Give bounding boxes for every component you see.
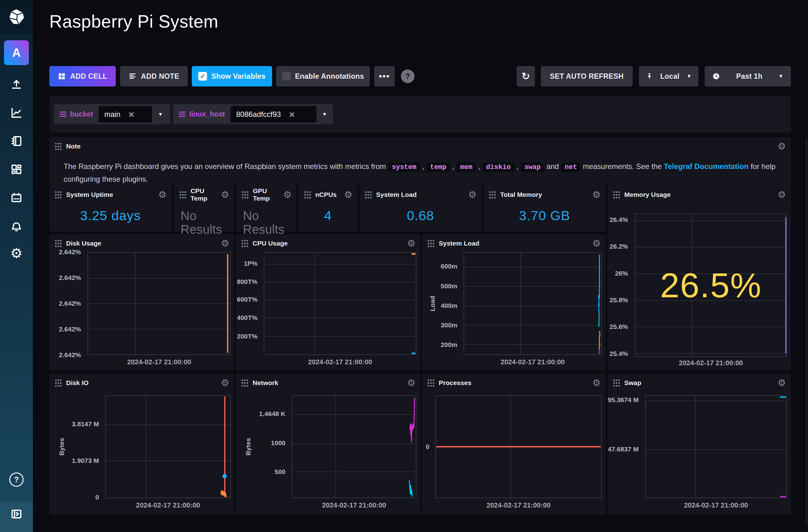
cell-title: Swap [624, 379, 641, 386]
plot-area[interactable] [264, 252, 417, 355]
cell-system-load-chart: System Load ⚙ Load 600m500m400m300m200m … [422, 234, 606, 370]
gear-icon[interactable]: ⚙ [221, 378, 229, 387]
drag-handle-icon[interactable] [241, 190, 249, 200]
settings-gear-icon[interactable]: ⚙ [0, 244, 33, 263]
y-axis-ticks: 1.4648 K1000500 [253, 395, 290, 498]
gear-icon[interactable]: ⚙ [777, 378, 786, 387]
plot-area[interactable] [645, 395, 787, 498]
variable-value-input[interactable]: 8086adfccf93 × [231, 106, 316, 122]
cell-swap: Swap ⚙ 95.3674 M47.6837 M 2024-02-17 21:… [608, 374, 791, 515]
drag-handle-icon[interactable] [54, 239, 62, 248]
refresh-button[interactable]: ↻ [517, 66, 535, 87]
drag-handle-icon[interactable] [489, 190, 496, 200]
telegraf-documentation-link[interactable]: Telegraf Documentation [664, 162, 749, 171]
drag-handle-icon[interactable] [241, 378, 248, 387]
influxdb-logo[interactable] [0, 0, 33, 34]
plot-area[interactable] [435, 395, 602, 498]
plot-area[interactable] [88, 252, 231, 355]
notebooks-icon[interactable] [0, 131, 33, 151]
gear-icon[interactable]: ⚙ [221, 239, 229, 248]
gear-icon[interactable]: ⚙ [468, 190, 477, 200]
gear-icon[interactable]: ⚙ [344, 190, 352, 200]
time-range-dropdown[interactable]: Past 1h ▼ [705, 66, 791, 87]
x-axis-label: 2024-02-17 21:00:00 [463, 358, 602, 366]
stat-value: 4 [298, 200, 357, 232]
checkbox-checked-icon: ✓ [198, 72, 207, 81]
y-tick-label: 2.642% [49, 274, 81, 282]
timezone-dropdown[interactable]: Local ▼ [639, 66, 698, 87]
drag-handle-icon[interactable] [427, 239, 435, 248]
avatar[interactable]: A [4, 40, 29, 65]
y-tick-label: 25.4% [608, 350, 628, 358]
drag-handle-icon[interactable] [427, 378, 435, 387]
enable-annotations-toggle[interactable]: Enable Annotations [276, 66, 370, 87]
variable-dropdown-caret[interactable]: ▼ [152, 112, 169, 117]
drag-handle-icon[interactable] [612, 378, 620, 387]
upload-icon[interactable] [0, 75, 33, 94]
y-tick-label: 400m [436, 302, 457, 309]
help-icon[interactable]: ? [0, 470, 33, 489]
drag-handle-icon[interactable] [179, 190, 186, 200]
sidebar: A ⚙ ? [0, 0, 33, 532]
gear-icon[interactable]: ⚙ [158, 190, 167, 200]
cell-cpu-usage: CPU Usage ⚙ 1P%800T%600T%400T%200T% 2024… [236, 234, 420, 370]
gear-icon[interactable]: ⚙ [592, 190, 601, 200]
y-axis-ticks: 2.642%2.642%2.642%2.642%2.642% [49, 252, 85, 355]
drag-handle-icon[interactable] [54, 190, 62, 200]
y-tick-label: 500m [436, 282, 457, 290]
add-cell-button[interactable]: ADD CELL [49, 66, 116, 87]
gear-icon[interactable]: ⚙ [407, 239, 416, 248]
variable-value-input[interactable]: main × [99, 106, 152, 122]
set-auto-refresh-button[interactable]: SET AUTO REFRESH [541, 66, 633, 87]
y-axis-ticks: 3.8147 M1.9073 M0 [67, 395, 103, 498]
page-scrollbar[interactable] [806, 138, 807, 526]
y-tick-label: 2.642% [49, 300, 81, 307]
y-tick-label: 25.8% [608, 297, 628, 304]
y-tick-label: 300m [436, 322, 457, 329]
more-options-button[interactable]: ••• [374, 66, 395, 87]
y-axis-ticks: 600m500m400m300m200m [436, 252, 462, 355]
drag-handle-icon[interactable] [364, 190, 372, 200]
gear-icon[interactable]: ⚙ [592, 378, 601, 387]
drag-handle-icon[interactable] [54, 378, 62, 387]
ellipsis-icon: ••• [379, 71, 390, 81]
x-axis-label: 2024-02-17 21:00:00 [105, 501, 231, 509]
show-variables-toggle[interactable]: ✓ Show Variables [192, 66, 272, 87]
drag-handle-icon[interactable] [304, 190, 311, 200]
dashboards-icon[interactable] [0, 160, 33, 179]
variable-label: bucket [54, 110, 99, 118]
variable-value: main [104, 110, 121, 119]
data-explorer-icon[interactable] [0, 103, 33, 122]
chevron-down-icon: ▼ [778, 74, 784, 79]
drag-handle-icon[interactable] [54, 142, 62, 151]
gear-icon[interactable]: ⚙ [777, 190, 786, 200]
y-tick-label: 26.2% [608, 243, 628, 250]
clear-value-icon[interactable]: × [128, 110, 134, 119]
expand-sidebar-icon[interactable] [0, 505, 33, 524]
plot-area[interactable] [105, 395, 231, 498]
gear-icon[interactable]: ⚙ [407, 378, 416, 387]
cell-title: Network [253, 379, 278, 386]
gear-icon[interactable]: ⚙ [592, 239, 601, 248]
gear-icon[interactable]: ⚙ [221, 190, 229, 200]
drag-handle-icon[interactable] [612, 190, 620, 200]
plot-area[interactable] [292, 395, 417, 498]
variable-dropdown-caret[interactable]: ▼ [316, 112, 333, 117]
gear-icon[interactable]: ⚙ [777, 142, 786, 151]
x-axis-label: 2024-02-17 21:00:00 [264, 358, 417, 366]
clear-value-icon[interactable]: × [289, 110, 295, 119]
cell-title: System Load [376, 191, 417, 198]
add-note-button[interactable]: ADD NOTE [120, 66, 188, 87]
y-tick-label: 47.6837 M [608, 445, 639, 453]
drag-handle-icon[interactable] [241, 239, 248, 248]
alerts-bell-icon[interactable] [0, 216, 33, 235]
plot-area[interactable] [463, 252, 602, 355]
add-cell-grid-icon [58, 72, 66, 80]
influxdb-logo-icon [7, 8, 25, 26]
y-tick-label: 26.4% [608, 216, 628, 224]
dashboard-help-button[interactable]: ? [401, 70, 415, 83]
tasks-calendar-icon[interactable] [0, 188, 33, 207]
gear-icon[interactable]: ⚙ [283, 190, 292, 200]
time-range-label: Past 1h [736, 72, 763, 81]
cell-title: Memory Usage [624, 191, 671, 198]
